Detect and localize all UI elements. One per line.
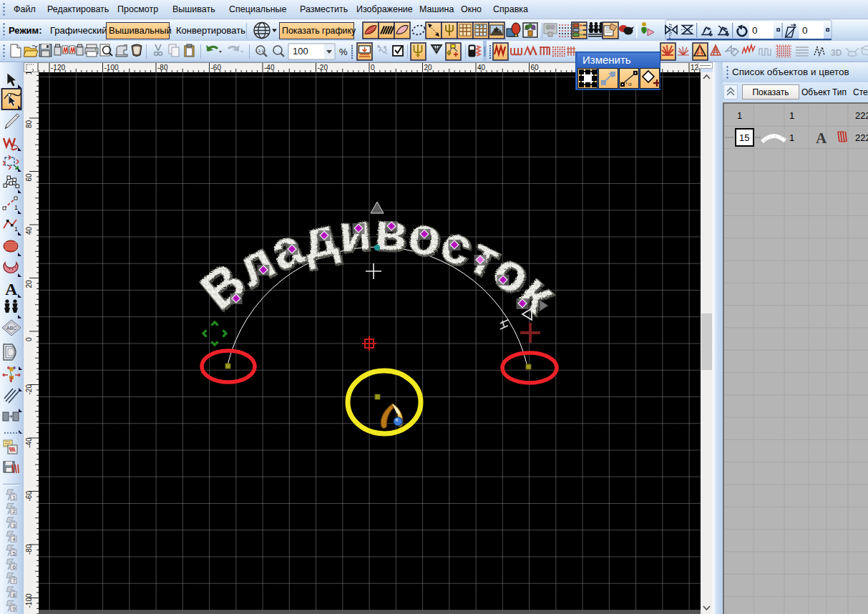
svg-text:1: 1 [14, 204, 18, 211]
svg-text:-20: -20 [25, 384, 33, 395]
svg-text:40: 40 [25, 226, 33, 235]
svg-text:A: A [816, 130, 827, 147]
svg-text:40: 40 [477, 64, 486, 72]
svg-text:6: 6 [13, 564, 16, 570]
svg-text:1: 1 [737, 110, 742, 121]
svg-text:9: 9 [13, 605, 16, 612]
svg-text:3: 3 [13, 522, 16, 529]
svg-text:1:1: 1:1 [258, 49, 265, 53]
svg-text:0: 0 [371, 64, 375, 72]
svg-text:7: 7 [13, 578, 16, 584]
svg-text:A: A [5, 280, 18, 298]
svg-text:-100: -100 [25, 593, 33, 608]
svg-text:ABC: ABC [6, 326, 16, 331]
svg-text:60: 60 [25, 173, 33, 182]
svg-text:80: 80 [25, 120, 33, 128]
svg-text:222: 222 [855, 132, 868, 143]
svg-text:2: 2 [13, 508, 16, 515]
svg-text:-40: -40 [264, 64, 275, 72]
svg-text:-120: -120 [51, 64, 65, 72]
svg-text:α: α [628, 81, 632, 87]
svg-text:%: % [339, 47, 348, 57]
svg-text:100: 100 [293, 46, 308, 57]
svg-text:1: 1 [14, 225, 18, 233]
svg-text:-80: -80 [157, 64, 168, 72]
svg-text:60: 60 [531, 64, 540, 72]
svg-text:1: 1 [789, 110, 794, 121]
svg-text:-80: -80 [25, 544, 33, 555]
svg-text:20: 20 [25, 280, 33, 288]
svg-text:222: 222 [855, 110, 868, 121]
svg-text:0: 0 [25, 337, 33, 341]
svg-text:-60: -60 [25, 491, 33, 502]
svg-text:4: 4 [13, 536, 16, 542]
svg-text:100: 100 [25, 72, 33, 75]
svg-text:15: 15 [739, 132, 749, 143]
svg-text:1: 1 [789, 132, 794, 143]
svg-text:-20: -20 [318, 64, 328, 72]
svg-text:-100: -100 [104, 64, 119, 72]
svg-text:5: 5 [13, 550, 16, 557]
svg-text:-40: -40 [25, 437, 33, 448]
svg-text:-60: -60 [211, 64, 222, 72]
svg-text:1: 1 [13, 494, 16, 501]
svg-text:0: 0 [802, 25, 808, 36]
svg-text:3D: 3D [831, 48, 842, 58]
svg-text:20: 20 [424, 64, 433, 72]
svg-text:0: 0 [752, 25, 758, 36]
svg-text:8: 8 [13, 592, 16, 598]
